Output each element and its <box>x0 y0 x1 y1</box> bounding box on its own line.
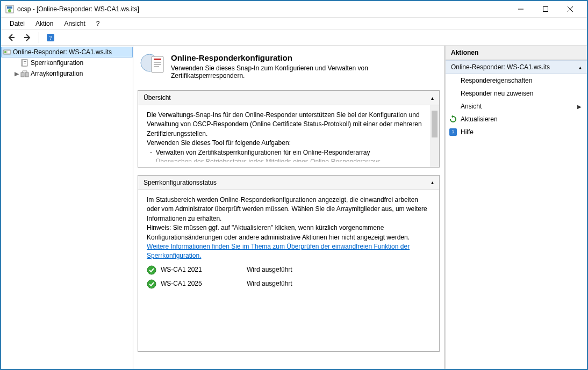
svg-point-24 <box>147 266 156 274</box>
window-title: ocsp - [Online-Responder: WS-CA1.ws.its] <box>17 5 508 13</box>
refresh-icon <box>449 115 457 124</box>
svg-rect-11 <box>8 51 10 53</box>
overview-panel: Übersicht ▴ Die Verwaltungs-Snap-Ins für… <box>138 90 440 168</box>
forward-button[interactable] <box>20 31 34 45</box>
page-title: Online-Responderkonfiguration <box>171 53 438 62</box>
svg-rect-20 <box>154 59 161 60</box>
tree-child-1-label: Arraykonfiguration <box>31 70 83 77</box>
action-refresh[interactable]: Aktualisieren <box>446 113 587 126</box>
main-area: Online-Responder: WS-CA1.ws.its Sperrkon… <box>1 46 587 370</box>
toolbar: ? <box>1 30 587 46</box>
array-config-icon <box>20 69 29 78</box>
action-label: Ansicht <box>461 103 482 110</box>
svg-rect-16 <box>21 72 24 77</box>
svg-rect-23 <box>154 66 159 67</box>
status-panel-header[interactable]: Sperrkonfigurationsstatus ▴ <box>138 176 439 190</box>
overview-bullet-1: Verwalten von Zertifikatsperrkonfigurati… <box>156 149 370 156</box>
ok-status-icon <box>147 279 156 289</box>
action-label: Respondereigenschaften <box>461 77 532 84</box>
overview-scrollbar[interactable] <box>430 105 439 167</box>
config-name-1: WS-CA1 2025 <box>161 279 247 288</box>
menu-datei[interactable]: Datei <box>5 19 29 28</box>
svg-rect-17 <box>25 72 28 77</box>
tree-root-label: Online-Responder: WS-CA1.ws.its <box>13 48 112 56</box>
submenu-arrow-icon: ▶ <box>577 104 582 110</box>
config-name-0: WS-CA1 2021 <box>161 265 247 274</box>
svg-point-10 <box>4 51 6 53</box>
minimize-button[interactable] <box>508 1 533 17</box>
svg-rect-21 <box>154 62 161 63</box>
page-header-icon <box>140 51 166 77</box>
status-panel-title: Sperrkonfigurationsstatus <box>144 179 217 186</box>
titlebar: ocsp - [Online-Responder: WS-CA1.ws.its] <box>1 1 587 18</box>
config-row-1[interactable]: WS-CA1 2025 Wird ausgeführt <box>147 279 431 289</box>
collapse-icon: ▴ <box>431 95 434 101</box>
menu-help[interactable]: ? <box>92 19 104 28</box>
actions-section-title: Online-Responder: WS-CA1.ws.its <box>451 63 550 71</box>
status-text-1: Im Statusbereich werden Online-Responder… <box>147 195 431 223</box>
status-panel: Sperrkonfigurationsstatus ▴ Im Statusber… <box>138 175 440 352</box>
svg-text:?: ? <box>452 129 455 135</box>
svg-point-2 <box>8 9 11 12</box>
menu-ansicht[interactable]: Ansicht <box>60 19 89 28</box>
actions-section-header[interactable]: Online-Responder: WS-CA1.ws.its ▴ <box>446 60 587 74</box>
menubar: Datei Aktion Ansicht ? <box>1 18 587 30</box>
status-help-link[interactable]: Weitere Informationen finden Sie im Them… <box>147 243 410 259</box>
svg-rect-14 <box>24 61 26 62</box>
menu-aktion[interactable]: Aktion <box>31 19 58 28</box>
action-reassign-responder[interactable]: Responder neu zuweisen <box>446 87 587 100</box>
maximize-button[interactable] <box>533 1 558 17</box>
status-text-2: Hinweis: Sie müssen ggf. auf "Aktualisie… <box>147 223 431 242</box>
tree-pane[interactable]: Online-Responder: WS-CA1.ws.its Sperrkon… <box>1 46 133 370</box>
status-panel-body: Im Statusbereich werden Online-Responder… <box>138 190 439 351</box>
help-toolbar-button[interactable]: ? <box>44 31 58 45</box>
collapse-icon: ▴ <box>579 64 582 70</box>
svg-text:?: ? <box>49 34 52 41</box>
svg-rect-22 <box>154 64 161 65</box>
config-state-1: Wird ausgeführt <box>247 279 292 288</box>
overview-panel-title: Übersicht <box>144 94 171 101</box>
tree-child-0-label: Sperrkonfiguration <box>31 59 83 67</box>
page-header: Online-Responderkonfiguration Verwenden … <box>137 49 441 88</box>
config-state-0: Wird ausgeführt <box>247 265 292 274</box>
action-label: Hilfe <box>461 128 474 136</box>
svg-rect-15 <box>24 63 26 63</box>
tree-root-node[interactable]: Online-Responder: WS-CA1.ws.its <box>1 47 133 57</box>
action-responder-properties[interactable]: Respondereigenschaften <box>446 74 587 87</box>
overview-bullet-2: Überwachen des Betriebsstatus jedes Mitg… <box>156 158 381 162</box>
close-button[interactable] <box>558 1 583 17</box>
overview-text-2: Verwenden Sie dieses Tool für folgende A… <box>147 139 431 148</box>
revocation-config-icon <box>20 59 29 67</box>
config-row-0[interactable]: WS-CA1 2021 Wird ausgeführt <box>147 265 431 275</box>
svg-point-25 <box>147 280 156 288</box>
action-help[interactable]: ? Hilfe <box>446 126 587 139</box>
overview-panel-body: Die Verwaltungs-Snap-Ins für den Online-… <box>138 105 439 167</box>
actions-pane-title: Aktionen <box>446 46 587 60</box>
collapse-icon: ▴ <box>431 179 434 185</box>
action-label: Aktualisieren <box>461 115 498 123</box>
actions-pane: Aktionen Online-Responder: WS-CA1.ws.its… <box>444 46 587 370</box>
page-subtitle: Verwenden Sie dieses Snap-In zum Konfigu… <box>171 64 438 79</box>
overview-text-1: Die Verwaltungs-Snap-Ins für den Online-… <box>147 111 431 139</box>
back-button[interactable] <box>4 31 18 45</box>
responder-icon <box>3 48 11 56</box>
tree-node-sperrkonfig[interactable]: Sperrkonfiguration <box>1 57 133 68</box>
tree-expander-icon[interactable]: ▶ <box>13 70 20 77</box>
toolbar-separator <box>39 32 39 43</box>
svg-rect-1 <box>7 6 12 9</box>
app-icon <box>5 5 14 13</box>
ok-status-icon <box>147 265 156 275</box>
center-pane: Online-Responderkonfiguration Verwenden … <box>133 46 444 370</box>
help-icon: ? <box>449 128 457 136</box>
action-view-submenu[interactable]: Ansicht ▶ <box>446 100 587 113</box>
overview-panel-header[interactable]: Übersicht ▴ <box>138 91 439 105</box>
action-label: Responder neu zuweisen <box>461 90 533 97</box>
svg-rect-4 <box>543 7 548 12</box>
tree-node-arraykonfig[interactable]: ▶ Arraykonfiguration <box>1 68 133 79</box>
